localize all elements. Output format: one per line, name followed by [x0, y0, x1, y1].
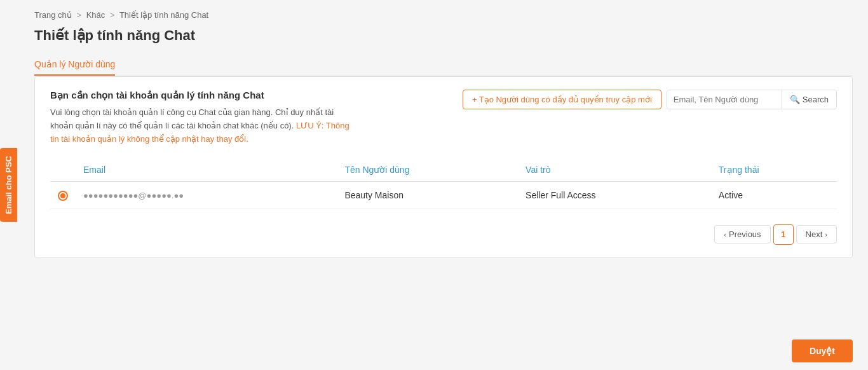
card-description-text1: Vui lòng chọn tài khoản quản lí công cụ …: [50, 107, 334, 130]
footer-action: Duyệt: [776, 332, 868, 370]
search-icon: 🔍: [790, 95, 800, 104]
table-cell-radio[interactable]: [50, 182, 76, 209]
table-cell-email: ●●●●●●●●●●●@●●●●●.●●: [76, 182, 337, 209]
sidebar-tab[interactable]: Email cho PSC: [0, 148, 17, 222]
chevron-left-icon: ‹: [724, 231, 726, 238]
card-container: Bạn cần chọn tài khoản quản lý tính năng…: [34, 76, 853, 258]
table-col-select: [50, 158, 76, 182]
card-actions: + Tạo Người dùng có đầy đủ quyền truy cậ…: [463, 90, 837, 109]
table-col-role: Vai trò: [518, 158, 711, 182]
tab-manage-users[interactable]: Quản lý Người dùng: [34, 54, 115, 76]
current-page-number[interactable]: 1: [773, 224, 794, 245]
card-description-body: Vui lòng chọn tài khoản quản lí công cụ …: [50, 106, 355, 146]
chevron-right-icon: ›: [825, 231, 827, 238]
radio-selected-icon: [58, 191, 68, 201]
card-description-title: Bạn cần chọn tài khoản quản lý tính năng…: [50, 90, 355, 101]
data-table: Email Tên Người dùng Vai trò Trạng thái …: [50, 158, 837, 209]
table-cell-role: Seller Full Access: [518, 182, 711, 209]
tab-navigation: Quản lý Người dùng: [34, 54, 853, 76]
search-input[interactable]: [667, 90, 782, 109]
breadcrumb-sep1: >: [76, 10, 81, 20]
breadcrumb-current: Thiết lập tính năng Chat: [119, 10, 208, 20]
card-description: Bạn cần chọn tài khoản quản lý tính năng…: [50, 90, 355, 146]
search-button[interactable]: 🔍 Search: [782, 90, 836, 109]
previous-button[interactable]: ‹ Previous: [714, 225, 770, 243]
table-cell-name: Beauty Maison: [337, 182, 518, 209]
breadcrumb: Trang chủ > Khác > Thiết lập tính năng C…: [34, 10, 853, 20]
previous-label: Previous: [729, 230, 761, 239]
next-label: Next: [806, 230, 823, 239]
search-button-label: Search: [803, 95, 829, 104]
breadcrumb-other[interactable]: Khác: [86, 10, 105, 20]
create-user-button[interactable]: + Tạo Người dùng có đầy đủ quyền truy cậ…: [463, 90, 661, 109]
email-value: ●●●●●●●●●●●@●●●●●.●●: [83, 191, 184, 200]
table-col-status: Trạng thái: [711, 158, 837, 182]
main-content: Trang chủ > Khác > Thiết lập tính năng C…: [19, 0, 868, 370]
table-cell-status: Active: [711, 182, 837, 209]
next-button[interactable]: Next ›: [796, 225, 837, 243]
page-title: Thiết lập tính năng Chat: [34, 27, 853, 44]
table-row: ●●●●●●●●●●●@●●●●●.●● Beauty Maison Selle…: [50, 182, 837, 209]
approve-button[interactable]: Duyệt: [792, 339, 853, 362]
breadcrumb-sep2: >: [110, 10, 115, 20]
table-header-row: Email Tên Người dùng Vai trò Trạng thái: [50, 158, 837, 182]
breadcrumb-home[interactable]: Trang chủ: [34, 10, 72, 20]
card-header-row: Bạn cần chọn tài khoản quản lý tính năng…: [50, 90, 837, 146]
search-input-wrap: 🔍 Search: [667, 90, 837, 109]
pagination: ‹ Previous 1 Next ›: [50, 219, 837, 245]
table-col-email: Email: [76, 158, 337, 182]
table-col-name: Tên Người dùng: [337, 158, 518, 182]
